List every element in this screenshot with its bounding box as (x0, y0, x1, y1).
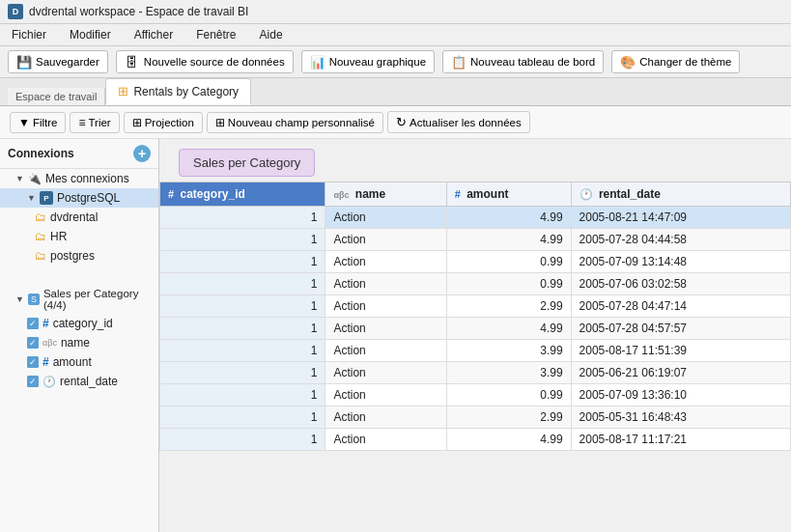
workspace-label: Espace de travail (8, 88, 105, 105)
folder-icon: 🗂 (35, 230, 46, 243)
table-row[interactable]: 1Action4.992005-08-21 14:47:09 (160, 207, 791, 229)
tab-bar: Espace de travail ⊞ Rentals by Category (0, 78, 791, 106)
tab-rentals-by-category[interactable]: ⊞ Rentals by Category (105, 78, 251, 105)
filter-icon: ▼ (18, 116, 30, 129)
field-item-amount[interactable]: # amount (0, 352, 158, 372)
sidebar-item-hr[interactable]: 🗂 HR (0, 227, 158, 246)
table-icon: ⊞ (118, 84, 128, 98)
new-datasource-button[interactable]: 🗄 Nouvelle source de données (116, 50, 294, 73)
new-custom-field-button[interactable]: ⊞ Nouveau champ personnalisé (207, 112, 383, 133)
add-connection-button[interactable]: + (133, 145, 151, 162)
source-icon: S (28, 294, 40, 305)
abc-icon: αβc (333, 190, 349, 200)
sidebar-item-postgres[interactable]: 🗂 postgres (0, 246, 158, 266)
new-dashboard-button[interactable]: 📋 Nouveau tableau de bord (442, 50, 604, 73)
hash-icon: # (42, 317, 49, 330)
sidebar-item-postgresql[interactable]: ▼ P PostgreSQL (0, 188, 158, 208)
main-layout: Connexions + ▼ 🔌 Mes connexions ▼ P Post… (0, 139, 791, 532)
table-row[interactable]: 1Action2.992005-05-31 16:48:43 (160, 406, 791, 429)
projection-button[interactable]: ⊞ Projection (124, 112, 203, 133)
datasource-icon: 🗄 (125, 54, 140, 70)
content-area: Sales per Category # category_id αβc nam… (159, 139, 791, 532)
theme-icon: 🎨 (620, 54, 636, 70)
menu-aide[interactable]: Aide (256, 26, 287, 43)
sidebar: Connexions + ▼ 🔌 Mes connexions ▼ P Post… (0, 139, 159, 532)
field-checkbox-name[interactable] (27, 337, 39, 349)
fields-panel: ▼ S Sales per Category (4/4) # category_… (0, 285, 158, 391)
table-row[interactable]: 1Action0.992005-07-09 13:36:10 (160, 384, 791, 406)
filter-button[interactable]: ▼ Filtre (10, 112, 66, 133)
clock-icon: 🕐 (42, 376, 56, 388)
table-row[interactable]: 1Action4.992005-08-17 11:17:21 (160, 429, 791, 451)
projection-icon: ⊞ (132, 116, 142, 129)
data-table-container[interactable]: # category_id αβc name # amount 🕐 (159, 182, 791, 532)
col-header-amount[interactable]: # amount (446, 182, 571, 207)
custom-field-icon: ⊞ (215, 116, 225, 129)
table-row[interactable]: 1Action2.992005-07-28 04:47:14 (160, 295, 791, 318)
app-icon: D (8, 4, 23, 19)
hash-icon: # (168, 188, 174, 200)
connections-header: Connexions + (0, 139, 158, 169)
postgres-icon: P (40, 191, 53, 205)
data-toolbar: ▼ Filtre ≡ Trier ⊞ Projection ⊞ Nouveau … (0, 106, 791, 139)
chevron-down-icon: ▼ (15, 174, 24, 183)
chevron-down-icon: ▼ (27, 193, 36, 203)
col-header-name[interactable]: αβc name (325, 182, 446, 207)
table-row[interactable]: 1Action3.992005-08-17 11:51:39 (160, 340, 791, 362)
dashboard-icon: 📋 (451, 54, 466, 70)
menu-bar: Fichier Modifier Afficher Fenêtre Aide (0, 24, 791, 46)
fields-group[interactable]: ▼ S Sales per Category (4/4) (0, 285, 158, 314)
menu-afficher[interactable]: Afficher (130, 26, 177, 43)
refresh-icon: ↻ (396, 115, 407, 129)
toolbar: 💾 Sauvegarder 🗄 Nouvelle source de donné… (0, 46, 791, 78)
hash-icon: # (42, 355, 49, 369)
new-chart-button[interactable]: 📊 Nouveau graphique (301, 50, 435, 73)
table-row[interactable]: 1Action3.992005-06-21 06:19:07 (160, 362, 791, 384)
field-item-rental-date[interactable]: 🕐 rental_date (0, 372, 158, 391)
table-row[interactable]: 1Action4.992005-07-28 04:57:57 (160, 318, 791, 340)
title-bar: D dvdrental workspace - Espace de travai… (0, 0, 791, 24)
folder-icon: 🗂 (35, 249, 46, 263)
window-title: dvdrental workspace - Espace de travail … (29, 5, 248, 18)
sort-button[interactable]: ≡ Trier (70, 112, 119, 133)
field-checkbox-category-id[interactable] (27, 318, 39, 329)
hash-icon: # (455, 188, 461, 200)
menu-fenetre[interactable]: Fenêtre (192, 26, 240, 43)
col-header-category-id[interactable]: # category_id (160, 182, 325, 207)
field-item-name[interactable]: αβc name (0, 333, 158, 352)
sort-icon: ≡ (78, 116, 85, 129)
col-header-rental-date[interactable]: 🕐 rental_date (571, 182, 790, 207)
query-label: Sales per Category (179, 149, 315, 177)
save-icon: 💾 (16, 54, 32, 70)
field-checkbox-amount[interactable] (27, 356, 39, 368)
table-row[interactable]: 1Action0.992005-07-09 13:14:48 (160, 251, 791, 273)
field-item-category-id[interactable]: # category_id (0, 314, 158, 333)
fields-title: Sales per Category (4/4) (43, 288, 151, 311)
chevron-down-icon: ▼ (15, 294, 24, 304)
table-header-row: # category_id αβc name # amount 🕐 (160, 182, 791, 207)
field-checkbox-rental-date[interactable] (27, 376, 39, 387)
sidebar-item-mes-connexions[interactable]: ▼ 🔌 Mes connexions (0, 169, 158, 188)
change-theme-button[interactable]: 🎨 Changer de thème (611, 50, 740, 73)
chart-icon: 📊 (310, 54, 325, 70)
table-body: 1Action4.992005-08-21 14:47:091Action4.9… (160, 207, 791, 451)
data-table: # category_id αβc name # amount 🕐 (159, 182, 791, 451)
connections-group-icon: 🔌 (28, 173, 42, 185)
menu-modifier[interactable]: Modifier (66, 26, 115, 43)
folder-icon: 🗂 (35, 210, 46, 224)
sidebar-item-dvdrental[interactable]: 🗂 dvdrental (0, 208, 158, 227)
query-label-area: Sales per Category (159, 139, 791, 182)
abc-icon: αβc (42, 338, 57, 348)
clock-icon: 🕐 (579, 188, 593, 200)
menu-fichier[interactable]: Fichier (8, 26, 50, 43)
table-row[interactable]: 1Action0.992005-07-06 03:02:58 (160, 273, 791, 295)
refresh-button[interactable]: ↻ Actualiser les données (387, 111, 530, 133)
table-row[interactable]: 1Action4.992005-07-28 04:44:58 (160, 229, 791, 251)
save-button[interactable]: 💾 Sauvegarder (8, 50, 108, 73)
